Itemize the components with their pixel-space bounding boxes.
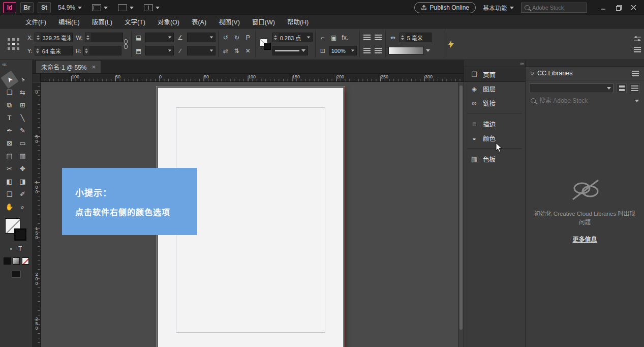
control-panel-menu-icon[interactable] (634, 47, 641, 52)
stroke-swatch[interactable] (264, 43, 271, 50)
y-stepper[interactable] (35, 46, 41, 55)
content-collector-tool[interactable]: ⧉ (3, 99, 16, 111)
y-position-input[interactable] (41, 48, 72, 54)
rotate-ccw-icon[interactable]: ↺ (221, 33, 230, 42)
width-field[interactable] (85, 33, 123, 42)
formatting-affects-text-icon[interactable]: T (18, 245, 22, 252)
constrain-proportions-icon[interactable] (124, 39, 128, 49)
page-tool[interactable]: ❏ (3, 86, 16, 99)
menu-edit[interactable]: 编辑(E) (58, 17, 80, 26)
flip-vertical-icon[interactable]: ⇅ (232, 46, 241, 55)
grid-view-button[interactable] (617, 83, 627, 93)
y-position-field[interactable] (35, 46, 73, 55)
menu-view[interactable]: 视图(V) (219, 17, 240, 26)
zoom-tool[interactable]: ⌕ (16, 200, 29, 213)
stroke-weight-input[interactable] (279, 35, 305, 41)
apply-none-button[interactable] (22, 257, 29, 265)
stroke-style-dropdown[interactable] (272, 46, 308, 55)
cc-search-input[interactable] (539, 97, 631, 104)
library-select-dropdown[interactable] (530, 83, 614, 93)
opacity-input[interactable] (330, 48, 349, 54)
apply-gradient-button[interactable] (13, 257, 20, 265)
corner-options-icon[interactable]: ⌐ (318, 33, 327, 42)
menu-window[interactable]: 窗口(W) (252, 17, 275, 26)
stroke-swatch-large[interactable] (14, 228, 26, 241)
screen-mode-button[interactable] (12, 271, 21, 278)
x-position-input[interactable] (41, 35, 72, 41)
panel-button-links[interactable]: ∞ 链接 (464, 96, 525, 110)
publish-online-button[interactable]: Publish Online (414, 2, 476, 13)
cc-search-row[interactable] (531, 97, 639, 104)
scale-x-input[interactable] (146, 35, 166, 41)
table-tool[interactable]: ▦ (16, 150, 29, 162)
gradient-ramp[interactable] (388, 47, 424, 54)
formatting-affects-container-icon[interactable]: ▫ (10, 245, 12, 252)
type-tool[interactable]: T (3, 111, 16, 124)
menu-layout[interactable]: 版面(L) (92, 17, 112, 26)
vertical-scrollbar[interactable] (458, 82, 464, 347)
h-stepper[interactable] (84, 46, 89, 55)
close-button[interactable] (627, 2, 641, 13)
more-info-link[interactable]: 更多信息 (572, 235, 597, 243)
adobe-stock-search-input[interactable] (532, 5, 583, 11)
height-input[interactable] (89, 48, 121, 54)
align-center-icon[interactable] (374, 46, 383, 55)
scrollbar-thumb[interactable] (459, 85, 463, 330)
control-panel-settings-icon[interactable] (634, 36, 641, 43)
menu-type[interactable]: 文字(T) (125, 17, 145, 26)
stroke-weight-stepper[interactable] (273, 33, 279, 42)
content-placer-tool[interactable]: ⊞ (16, 99, 29, 111)
align-left-icon[interactable] (362, 46, 372, 55)
flip-horizontal-icon[interactable]: ⇄ (221, 46, 230, 55)
stock-icon[interactable]: St (38, 2, 51, 13)
gradient-feather-tool[interactable]: ◨ (16, 175, 29, 188)
text-wrap-off-icon[interactable] (362, 33, 372, 42)
document-tab[interactable]: 未命名-1 @ 55% × (36, 60, 101, 73)
gap-size-field[interactable] (400, 33, 432, 42)
height-field[interactable] (83, 46, 121, 55)
restore-button[interactable] (611, 2, 626, 13)
x-stepper[interactable] (35, 33, 41, 42)
rotation-input[interactable] (188, 35, 208, 41)
horizontal-ruler[interactable]: 100 50 0 50 100 150 200 250 300 (33, 74, 464, 82)
clear-transformations-icon[interactable]: ✕ (243, 46, 253, 55)
line-tool[interactable]: ╲ (16, 111, 29, 124)
menu-help[interactable]: 帮助(H) (287, 17, 309, 26)
zoom-level-dropdown[interactable]: 54.9% (55, 3, 85, 12)
gap-stepper[interactable] (400, 33, 406, 42)
menu-object[interactable]: 对象(O) (158, 17, 179, 26)
panel-button-pages[interactable]: ❐ 页面 (464, 67, 525, 81)
opacity-field[interactable] (329, 46, 357, 55)
list-view-button[interactable] (630, 83, 640, 93)
select-container-icon[interactable]: P (243, 33, 253, 42)
text-wrap-around-icon[interactable] (374, 33, 383, 42)
frame-tool[interactable]: ⊠ (3, 137, 16, 150)
shear-input[interactable] (188, 48, 208, 54)
pen-tool[interactable]: ✒ (3, 124, 16, 137)
screen-mode-dropdown[interactable] (115, 3, 137, 12)
bridge-icon[interactable]: Br (20, 2, 34, 13)
scissors-tool[interactable]: ✂ (3, 162, 16, 175)
stroke-weight-field[interactable] (272, 33, 313, 42)
scale-y-input[interactable] (146, 48, 166, 54)
adobe-stock-search[interactable] (521, 3, 587, 13)
rotate-cw-icon[interactable]: ↻ (232, 33, 241, 42)
minimize-button[interactable] (596, 2, 610, 13)
w-stepper[interactable] (85, 33, 91, 42)
free-transform-tool[interactable]: ✥ (16, 162, 29, 175)
scale-y-field[interactable] (145, 46, 174, 55)
grid-frame-tool[interactable]: ▤ (3, 150, 16, 162)
width-input[interactable] (91, 35, 122, 41)
rectangle-tool[interactable]: ▭ (16, 137, 29, 150)
panel-button-color[interactable]: ◒ 颜色 (464, 131, 525, 145)
gap-tool[interactable]: ⇆ (16, 86, 29, 99)
panel-button-stroke[interactable]: ≡ 描边 (464, 117, 525, 131)
quick-apply-icon[interactable] (447, 40, 456, 49)
rotation-field[interactable] (187, 33, 216, 42)
workspace-switcher[interactable]: 基本功能 (480, 3, 517, 13)
cc-libraries-title[interactable]: CC Libraries (537, 70, 572, 77)
vertical-ruler[interactable]: 0 50 100 150 200 250 (33, 82, 41, 347)
close-tab-icon[interactable]: × (92, 63, 96, 71)
eyedropper-tool[interactable]: ✐ (16, 188, 29, 200)
apply-color-button[interactable] (4, 257, 11, 265)
